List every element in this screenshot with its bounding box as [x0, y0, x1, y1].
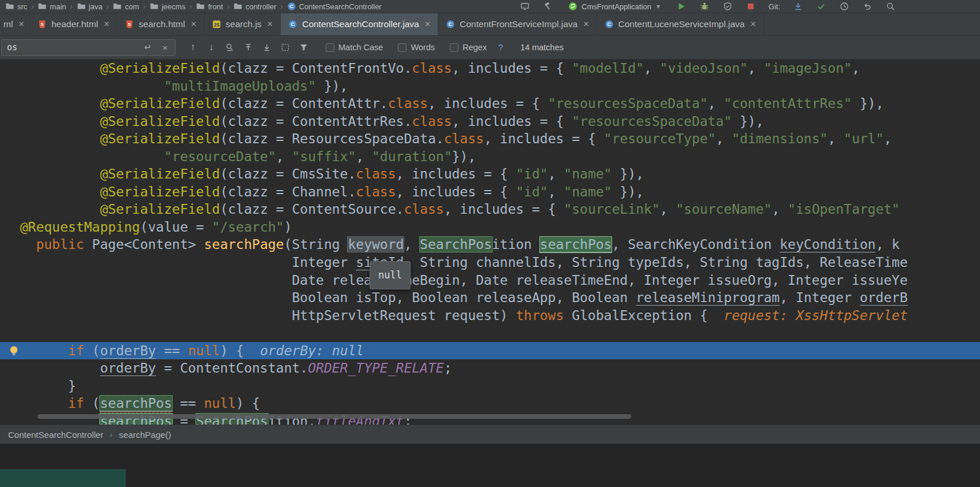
intention-bulb-icon[interactable] — [8, 344, 20, 356]
find-navigation-buttons: ↑↓ — [184, 40, 313, 55]
code-token: "sourceName" — [676, 202, 772, 217]
indent — [4, 114, 100, 129]
svg-text:C: C — [289, 3, 293, 9]
run-icon[interactable] — [676, 1, 687, 12]
code-line[interactable]: } — [0, 377, 980, 395]
filter-icon[interactable] — [295, 40, 313, 55]
code-line[interactable]: HttpServletRequest request) throws Globa… — [0, 307, 980, 325]
editor-tab[interactable]: 5header.html× — [30, 13, 117, 35]
breadcrumb-item[interactable]: CContentSearchController — [285, 2, 383, 11]
caret-down-icon: ▾ — [655, 2, 661, 11]
arrow-up-icon[interactable]: ↑ — [184, 40, 202, 55]
code-token: keyword — [348, 237, 404, 252]
find-option-match-case[interactable]: Match Case — [326, 43, 383, 52]
folder-icon — [150, 2, 159, 11]
close-icon[interactable]: × — [18, 20, 24, 29]
search-input[interactable]: os ↵× — [1, 39, 176, 56]
indent — [4, 273, 292, 288]
code-token: "url" — [844, 131, 884, 146]
code-line[interactable]: @SerializeField(clazz = ContentSource.cl… — [0, 200, 980, 218]
toolbar-actions: CmsFrontApplication▾Git: — [520, 1, 896, 12]
statusbar-breadcrumb[interactable]: searchPage() — [119, 430, 171, 440]
code-line[interactable]: Integer siteId, String channelIds, Strin… — [0, 254, 980, 272]
editor-tab[interactable]: ml× — [0, 13, 30, 35]
close-icon[interactable]: × — [583, 20, 588, 29]
editor-tab[interactable]: CContentLuceneServiceImpl.java× — [597, 13, 764, 35]
search-icon[interactable] — [885, 1, 896, 12]
debug-icon[interactable] — [699, 1, 710, 12]
stop-icon[interactable] — [746, 1, 756, 12]
close-icon[interactable]: × — [267, 20, 273, 29]
indent — [4, 255, 292, 270]
code-line[interactable]: Boolean isTop, Boolean releaseApp, Boole… — [0, 289, 980, 307]
code-token: searchPage — [204, 237, 284, 252]
close-icon[interactable]: × — [425, 20, 430, 29]
commit-icon[interactable] — [816, 1, 826, 12]
arrow-down-icon[interactable]: ↓ — [202, 40, 221, 55]
select-all-occurrences-icon[interactable] — [276, 40, 295, 55]
breadcrumb-label: front — [208, 2, 223, 11]
statusbar-breadcrumb[interactable]: ContentSearchController — [8, 430, 103, 440]
next-occurrence-icon[interactable] — [258, 40, 276, 55]
editor-tab[interactable]: CContentFrontServiceImpl.java× — [438, 13, 597, 35]
code-line[interactable]: @SerializeField(clazz = ContentAttr.clas… — [0, 95, 980, 113]
vcs-update-icon[interactable] — [793, 1, 803, 12]
horizontal-scrollbar[interactable] — [38, 414, 631, 419]
prev-occurrence-icon[interactable] — [239, 40, 258, 55]
code-line[interactable]: @SerializeField(clazz = ContentAttrRes.c… — [0, 113, 980, 131]
code-line[interactable]: Date releaseTimeBegin, Date releaseTimeE… — [0, 272, 980, 289]
editor-tab[interactable]: CContentSearchController.java× — [281, 13, 438, 35]
coverage-icon[interactable] — [722, 1, 733, 12]
code-token: orderBy — [100, 360, 156, 376]
breadcrumb-item[interactable]: src — [3, 2, 29, 11]
code-token: == — [172, 396, 204, 411]
code-line[interactable]: orderBy = ContentConstant.ORDER_TYPE_REL… — [0, 359, 980, 377]
breadcrumb-item[interactable]: front — [194, 2, 225, 11]
class-icon: C — [287, 2, 296, 11]
find-help-link[interactable]: ? — [498, 43, 503, 52]
code-line[interactable] — [0, 324, 980, 342]
find-option-regex[interactable]: Regex — [450, 43, 487, 52]
code-line[interactable]: "multiImageUploads" }), — [0, 77, 980, 95]
close-icon[interactable]: × — [191, 20, 196, 29]
find-option-words[interactable]: Words — [398, 43, 435, 52]
code-line[interactable]: @RequestMapping(value = "/search") — [0, 218, 980, 236]
breadcrumb-label: src — [17, 2, 27, 11]
run-config-selector[interactable]: CmsFrontApplication▾ — [566, 2, 664, 11]
indent — [4, 166, 100, 181]
close-icon[interactable]: × — [750, 20, 755, 29]
code-token: searchPos — [100, 396, 172, 411]
code-line[interactable]: if (orderBy == null) { orderBy: null — [0, 342, 980, 360]
code-token: , includes = { — [428, 96, 548, 111]
breadcrumb-item[interactable]: jeecms — [148, 2, 187, 11]
editor-tab[interactable]: JSsearch.js× — [204, 13, 281, 35]
code-line[interactable]: @SerializeField(clazz = ContentFrontVo.c… — [0, 60, 980, 77]
code-token: , includes = { — [484, 131, 604, 146]
close-icon[interactable]: × — [104, 20, 109, 29]
newline-icon[interactable]: ↵ — [143, 43, 152, 52]
code-line[interactable]: if (searchPos == null) { — [0, 395, 980, 412]
code-line[interactable]: @SerializeField(clazz = ResourcesSpaceDa… — [0, 130, 980, 148]
breadcrumb-item[interactable]: main — [36, 2, 68, 11]
breadcrumb-item[interactable]: com — [111, 2, 141, 11]
code-token: (value = — [140, 220, 212, 235]
editor-tab[interactable]: 5search.html× — [117, 13, 204, 35]
indent — [4, 184, 100, 199]
code-token: (clazz = Channel. — [220, 184, 356, 199]
code-token: , — [276, 149, 292, 164]
code-line[interactable]: @SerializeField(clazz = CmsSite.class, i… — [0, 165, 980, 183]
code-line[interactable]: @SerializeField(clazz = Channel.class, i… — [0, 183, 980, 201]
code-token: releaseMiniprogram — [636, 290, 780, 306]
code-line[interactable]: public Page<Content> searchPage(String k… — [0, 236, 980, 254]
monitor-icon[interactable] — [520, 1, 530, 12]
breadcrumb-item[interactable]: java — [75, 2, 105, 11]
hammer-icon[interactable] — [543, 1, 553, 12]
clear-icon[interactable]: × — [161, 43, 170, 52]
code-token: ORDER_TYPE_RELATE — [308, 360, 444, 376]
history-icon[interactable] — [839, 1, 849, 12]
code-line[interactable]: "resourceDate", "suffix", "duration"}), — [0, 148, 980, 166]
breadcrumb-item[interactable]: controller — [232, 2, 278, 11]
find-all-icon[interactable] — [221, 40, 239, 55]
console-selection-block — [0, 469, 126, 487]
rollback-icon[interactable] — [862, 1, 873, 12]
